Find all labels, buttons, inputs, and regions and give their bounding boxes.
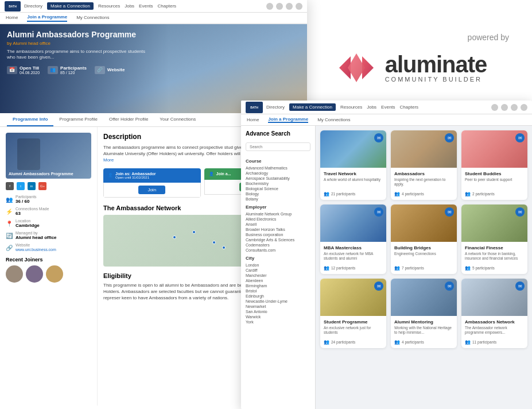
filter-ansell[interactable]: Ansell (246, 222, 310, 227)
card-desc-3: An exclusive network for MBA students an… (324, 252, 383, 263)
inner-subnav-join-programme[interactable]: Join a Programme (268, 117, 308, 123)
subnav-join-programme[interactable]: Join a Programme (27, 14, 67, 22)
search-input[interactable] (246, 142, 310, 151)
card-image-2: ✉ (461, 130, 527, 168)
filter-san-antonio[interactable]: San Antonio (246, 309, 310, 314)
inner-nav-events[interactable]: Events (381, 105, 395, 110)
card-title-7: Alumni Mentoring (394, 319, 453, 325)
programme-card-8[interactable]: ✉ Ambassadors Network The Ambassador net… (461, 279, 527, 348)
card-title-8: Ambassadors Network (465, 319, 524, 325)
filter-business-corp[interactable]: Business corporation (246, 232, 310, 237)
inner-notification-icon[interactable] (491, 104, 498, 111)
tab-programme-profile[interactable]: Programme Profile (53, 113, 103, 126)
programme-card-0[interactable]: ✉ Travel Network A whole world of alumni… (320, 130, 386, 200)
filter-aluminate-network[interactable]: Aluminate Network Group (246, 211, 310, 217)
filter-consultants[interactable]: Consultants.com (246, 248, 310, 253)
nav-directory[interactable]: Directory (24, 3, 42, 9)
join-ambassador-button[interactable]: Join (138, 186, 165, 194)
programme-sidebar: Alumni Ambassadors Programme f t in G+ 👥… (0, 127, 98, 406)
hero-stats: 📅 Open Till 04.08.2020 👥 Participants 85… (7, 65, 150, 75)
card-stat-icon-3: 👥 (324, 265, 329, 271)
programme-card-5[interactable]: ✉ Financial Finesse A network for those … (461, 204, 527, 274)
card-badge-7: ✉ (445, 281, 454, 291)
filter-warwick[interactable]: Warwick (246, 314, 310, 319)
university-logo: BATH (5, 1, 21, 11)
programme-card-1[interactable]: ✉ Ambassadors Inspiring the next generat… (391, 130, 457, 200)
nav-make-connection[interactable]: Make a Connection (47, 2, 94, 10)
card-stat-2: 👥 2 participants (465, 191, 524, 196)
filter-york[interactable]: York (246, 319, 310, 325)
filter-newcastle[interactable]: Newcastle-Under-Lyme (246, 299, 310, 304)
settings-icon[interactable] (286, 3, 293, 10)
twitter-icon[interactable]: t (17, 182, 25, 190)
filter-cardiff[interactable]: Cardiff (246, 268, 310, 273)
filter-aberdeen[interactable]: Aberdeen (246, 278, 310, 283)
hero-author: by Alumni head office (7, 41, 150, 46)
filter-cambridge-arts[interactable]: Cambridge Arts & Sciences (246, 237, 310, 242)
card-badge-4: ✉ (445, 207, 454, 217)
nav-chapters[interactable]: Chapters (158, 3, 176, 9)
filter-archaeology[interactable]: Archaeology (246, 171, 310, 176)
inner-nav-make-connection[interactable]: Make a Connection (289, 103, 336, 111)
tab-offer-holder[interactable]: Offer Holder Profile (103, 113, 154, 126)
card-image-6: ✉ (320, 279, 386, 316)
filter-codemasters[interactable]: Codemasters (246, 242, 310, 248)
inner-nav-chapters[interactable]: Chapters (400, 105, 418, 110)
hero-title: Alumni Ambassadors Programme (7, 30, 150, 39)
inner-avatar[interactable] (521, 104, 527, 111)
inner-message-icon[interactable] (501, 104, 508, 111)
programme-card-7[interactable]: ✉ Alumni Mentoring Working with the Nati… (391, 279, 457, 348)
subnav-home[interactable]: Home (6, 15, 18, 21)
tab-your-connections[interactable]: Your Connections (154, 113, 201, 126)
programme-cards-area: ✉ Travel Network A whole world of alumni… (316, 126, 532, 409)
nav-resources[interactable]: Resources (98, 3, 120, 9)
googleplus-icon[interactable]: G+ (38, 182, 46, 190)
subnav-my-connections[interactable]: My Connections (76, 15, 109, 21)
filter-bristol[interactable]: Bristol (246, 288, 310, 294)
filter-broader-horizon[interactable]: Broader Horizon Talks (246, 227, 310, 232)
filter-biochemistry[interactable]: Biochemistry (246, 181, 310, 186)
inner-subnav-my-connections[interactable]: My Connections (317, 117, 350, 122)
filter-london[interactable]: London (246, 263, 310, 268)
card-stat-icon-2: 👥 (465, 191, 471, 196)
filter-allied-electronics[interactable]: Allied Electronics (246, 217, 310, 222)
nav-events[interactable]: Events (139, 3, 153, 9)
filter-newmarket[interactable]: Newmarket (246, 304, 310, 309)
aluminate-icon (336, 48, 376, 88)
card-image-5: ✉ (461, 204, 527, 242)
nav-jobs[interactable]: Jobs (125, 3, 134, 9)
notification-icon[interactable] (266, 3, 273, 10)
card-title-3: MBA Masterclass (324, 245, 383, 250)
tab-programme-info[interactable]: Programme Info (7, 113, 53, 126)
programme-card-3[interactable]: ✉ MBA Masterclass An exclusive network f… (320, 204, 386, 274)
card-stat-icon-5: 👥 (465, 265, 471, 271)
card-desc-5: A network for those in banking, insuranc… (465, 252, 524, 263)
filter-edinburgh[interactable]: Edinburgh (246, 294, 310, 299)
card-stat-icon-8: 👥 (465, 339, 471, 345)
aluminate-name: aluminate (385, 53, 487, 76)
card-image-1: ✉ (391, 130, 457, 168)
programme-card-4[interactable]: ✉ Building Bridges Engineering Connectio… (391, 204, 457, 274)
programme-card-6[interactable]: ✉ Student Programme An exclusive network… (320, 279, 386, 348)
facebook-icon[interactable]: f (6, 182, 14, 190)
inner-settings-icon[interactable] (511, 104, 518, 111)
filter-manchester[interactable]: Manchester (246, 273, 310, 278)
inner-subnav-home[interactable]: Home (247, 117, 259, 122)
message-icon[interactable] (276, 3, 283, 10)
filter-birmingham[interactable]: Birmingham (246, 283, 310, 288)
card-stat-0: 👥 21 participants (324, 191, 383, 196)
filter-aerospace[interactable]: Aerospace Sustainability (246, 176, 310, 181)
avatar[interactable] (296, 3, 302, 10)
course-filter-title: Course (246, 159, 310, 164)
filter-biological-science[interactable]: Biological Science (246, 186, 310, 191)
card-stat-icon-4: 👥 (394, 265, 400, 271)
programme-card-2[interactable]: ✉ Student Buddies Peer to peer student s… (461, 130, 527, 200)
filter-advanced-math[interactable]: Advanced Mathematics (246, 165, 310, 171)
inner-nav-jobs[interactable]: Jobs (367, 105, 376, 110)
filter-biology[interactable]: Biology (246, 191, 310, 196)
inner-nav-resources[interactable]: Resources (340, 105, 362, 110)
filter-botany[interactable]: Botany (246, 196, 310, 202)
linkedin-icon[interactable]: in (28, 182, 36, 190)
website-link[interactable]: www.uni.business.com (15, 248, 56, 252)
inner-nav-directory[interactable]: Directory (266, 105, 285, 110)
